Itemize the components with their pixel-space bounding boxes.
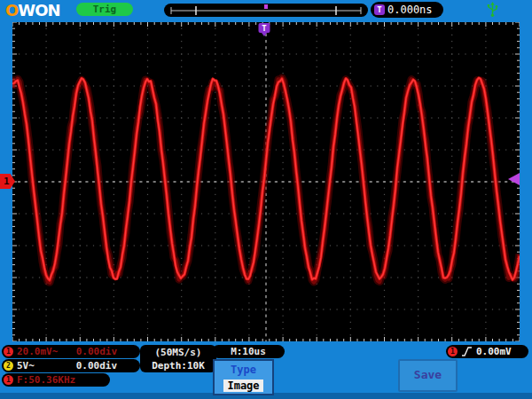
horizontal-position-bar[interactable] [164, 4, 368, 17]
type-value: Image [223, 379, 262, 392]
logo-o: O [5, 1, 18, 20]
frequency-value: F:50.36KHz [17, 374, 75, 386]
trigger-channel-badge: 1 [448, 347, 458, 356]
ch1-offset: 0.00div [76, 346, 117, 357]
svg-text:T: T [262, 24, 267, 33]
record-depth: Depth:10K [140, 359, 216, 372]
logo-rest: WON [18, 1, 59, 20]
trigger-position-marker: T [259, 23, 270, 36]
ch2-scale: 5V~ [17, 360, 35, 372]
ch1-badge: 1 [4, 347, 13, 356]
sample-rate: (50MS/s) [140, 346, 216, 359]
usb-icon [486, 2, 499, 18]
oscilloscope-screen: OWON Trig T 0.000ns T 1 1 [0, 0, 532, 399]
horizontal-offset-value: 0.000ns [387, 4, 433, 16]
type-menu-button[interactable]: Type Image [213, 359, 274, 395]
freq-channel-badge: 1 [4, 375, 13, 385]
ch2-readout: 2 5V~ 0.00div [2, 359, 140, 372]
ch2-offset: 0.00div [76, 360, 117, 372]
type-label: Type [215, 364, 272, 376]
rising-edge-icon [461, 346, 473, 357]
trigger-t-icon: T [374, 4, 385, 15]
ch1-readout: 1 20.0mV~ 0.00div [2, 345, 140, 358]
trigger-level-readout: 1 0.00mV [446, 345, 528, 358]
record-trigger-position-marker [264, 4, 268, 9]
trigger-level-value: 0.00mV [476, 346, 512, 357]
waveform-svg: T [12, 22, 520, 341]
save-button[interactable]: Save [398, 359, 458, 392]
horizontal-offset-readout: T 0.000ns [371, 2, 443, 18]
owon-logo: OWON [5, 1, 60, 20]
timebase-readout: M:10us [212, 345, 285, 358]
waveform-display-area: T [12, 22, 520, 341]
acquisition-readout: (50MS/s) Depth:10K [140, 345, 216, 372]
record-window-indicator [164, 4, 368, 17]
frequency-readout: 1 F:50.36KHz [2, 373, 110, 387]
ch2-badge: 2 [4, 361, 13, 371]
timebase-value: M:10us [231, 346, 266, 357]
trigger-level-marker [508, 173, 520, 185]
ch1-scale: 20.0mV~ [17, 346, 58, 357]
trigger-status-badge: Trig [76, 3, 133, 16]
